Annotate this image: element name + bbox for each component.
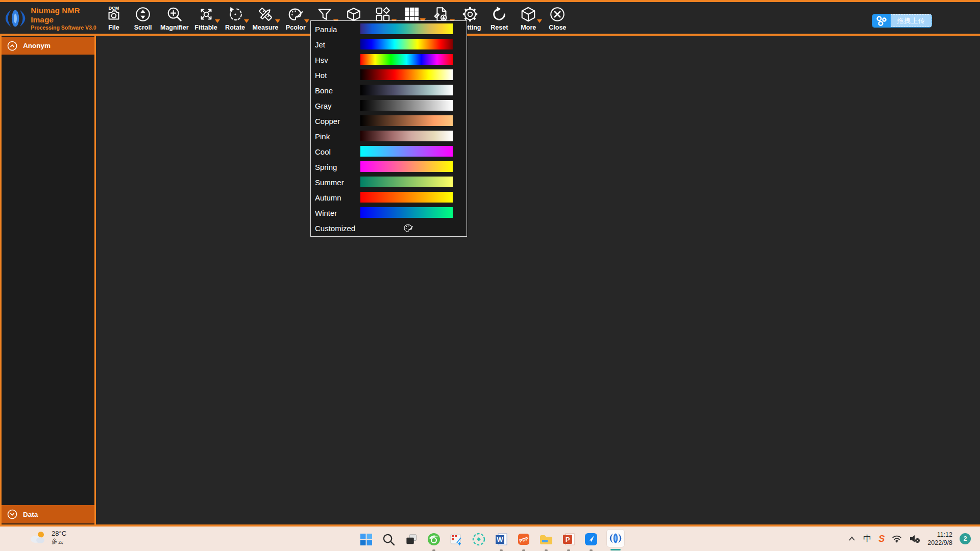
teal-ring-app-icon[interactable] — [472, 533, 485, 546]
colormap-item-hsv[interactable]: Hsv — [311, 52, 467, 67]
colormap-label: Bone — [315, 86, 333, 95]
colormap-swatch — [360, 23, 453, 34]
reset-button-label: Reset — [491, 24, 508, 31]
chevron-up-circle-icon — [7, 41, 17, 51]
hidden-icons-chevron[interactable] — [848, 535, 856, 542]
volume-muted-icon[interactable] — [909, 534, 920, 543]
notification-badge[interactable]: 2 — [960, 533, 971, 544]
fittable-icon — [197, 5, 215, 23]
colormap-label: Customized — [315, 224, 355, 233]
dropdown-arrow-icon[interactable] — [304, 19, 309, 23]
colormap-item-customized[interactable]: Customized — [311, 220, 467, 236]
running-indicator — [590, 549, 593, 551]
close-button[interactable]: Close — [546, 5, 569, 31]
measure-button[interactable]: Measure — [253, 5, 279, 31]
reset-button[interactable]: Reset — [487, 5, 511, 31]
colormap-item-cool[interactable]: Cool — [311, 144, 467, 159]
weather-temperature: 28°C — [52, 530, 66, 537]
close-button-label: Close — [549, 24, 566, 31]
colormap-label: Cool — [315, 147, 331, 156]
colormap-item-spring[interactable]: Spring — [311, 159, 467, 174]
tray-date: 2022/9/8 — [927, 539, 952, 547]
dropdown-arrow-icon[interactable] — [275, 19, 280, 23]
colormap-swatch — [360, 177, 453, 187]
search-button[interactable] — [382, 533, 396, 546]
rotate-button[interactable]: Rotate — [224, 5, 247, 31]
colormap-label: Copper — [315, 117, 340, 126]
dropdown-arrow-icon[interactable] — [244, 19, 249, 23]
colormap-item-summer[interactable]: Summer — [311, 174, 467, 190]
app-title: Niumag NMR Image — [31, 6, 102, 24]
colormap-item-autumn[interactable]: Autumn — [311, 190, 467, 205]
measure-icon — [256, 5, 275, 23]
colormap-label: Winter — [315, 209, 337, 217]
drag-upload-button[interactable]: 拖拽上传 — [872, 14, 932, 28]
browser-360-icon[interactable] — [427, 533, 440, 546]
active-app-indicator — [610, 549, 621, 550]
colormap-label: Jet — [315, 40, 325, 49]
colormap-dropdown-menu: Parula Jet Hsv Hot Bone Gray Copper Pink… — [310, 20, 467, 237]
weather-widget[interactable]: 28°C 多云 — [29, 530, 66, 546]
scroll-button-label: Scroll — [134, 24, 152, 31]
pcolor-button[interactable]: Pcolor — [284, 5, 307, 31]
app-subtitle: Processing Software V3.0 — [31, 24, 102, 31]
ime-indicator[interactable]: 中 — [863, 534, 871, 544]
svg-text:DCM: DCM — [109, 6, 119, 11]
colormap-item-hot[interactable]: Hot — [311, 67, 467, 83]
blue-wing-app-icon[interactable] — [584, 533, 598, 546]
data-section-label: Data — [23, 511, 38, 518]
dcm-file-icon: DCM — [105, 5, 123, 23]
pdf-app-icon[interactable]: PDF — [517, 533, 530, 546]
running-indicator — [432, 549, 435, 551]
box-icon — [519, 5, 537, 23]
colormap-swatch — [360, 131, 453, 141]
snip-tool-icon[interactable] — [449, 533, 463, 546]
colormap-swatch — [360, 146, 453, 157]
anonym-section-label: Anonym — [23, 42, 51, 49]
partly-cloudy-icon — [29, 531, 47, 545]
sogou-input-icon[interactable]: S — [878, 534, 885, 544]
colormap-item-copper[interactable]: Copper — [311, 113, 467, 129]
dropdown-arrow-icon[interactable] — [537, 19, 542, 23]
clock[interactable]: 11:12 2022/9/8 — [927, 531, 952, 547]
system-tray: 中 S 11:12 2022/9/8 2 — [848, 529, 971, 549]
file-explorer-icon[interactable] — [539, 533, 553, 546]
nmr-app-icon-active[interactable] — [606, 529, 625, 547]
dropdown-arrow-icon[interactable] — [215, 19, 220, 23]
wifi-icon[interactable] — [892, 535, 902, 543]
running-indicator — [500, 549, 503, 551]
colormap-swatch — [360, 161, 453, 172]
colormap-label: Autumn — [315, 193, 341, 202]
more-button[interactable]: More — [517, 5, 540, 31]
colormap-item-gray[interactable]: Gray — [311, 98, 467, 113]
measure-button-label: Measure — [253, 24, 279, 31]
colormap-item-jet[interactable]: Jet — [311, 37, 467, 52]
colormap-item-pink[interactable]: Pink — [311, 129, 467, 144]
colormap-swatch — [360, 39, 453, 49]
colormap-swatch — [360, 54, 453, 65]
colormap-swatch — [360, 192, 453, 203]
drag-upload-label: 拖拽上传 — [891, 14, 932, 27]
colormap-item-winter[interactable]: Winter — [311, 205, 467, 220]
svg-text:P: P — [565, 536, 570, 543]
colormap-item-parula[interactable]: Parula — [311, 21, 467, 37]
scroll-icon — [134, 5, 152, 23]
task-view-button[interactable] — [404, 533, 418, 546]
app-brand: Niumag NMR Image Processing Software V3.… — [4, 4, 102, 31]
start-button[interactable] — [359, 533, 373, 546]
colormap-swatch — [360, 69, 453, 80]
powerpoint-icon[interactable]: P — [561, 533, 575, 546]
data-section-header[interactable]: Data — [2, 505, 94, 523]
colormap-swatch — [360, 115, 453, 126]
fittable-button[interactable]: Fittable — [194, 5, 218, 31]
image-canvas-area[interactable] — [96, 36, 980, 524]
word-icon[interactable]: W — [494, 533, 508, 546]
scroll-button[interactable]: Scroll — [131, 5, 155, 31]
colormap-item-bone[interactable]: Bone — [311, 83, 467, 98]
running-indicator — [545, 549, 548, 551]
anonym-section-header[interactable]: Anonym — [2, 37, 94, 55]
magnifier-button[interactable]: Magnifier — [160, 5, 189, 31]
file-button[interactable]: DCM File — [102, 5, 126, 31]
taskbar-app-icons: W PDF P — [359, 531, 625, 547]
netdisk-icon — [872, 14, 891, 27]
